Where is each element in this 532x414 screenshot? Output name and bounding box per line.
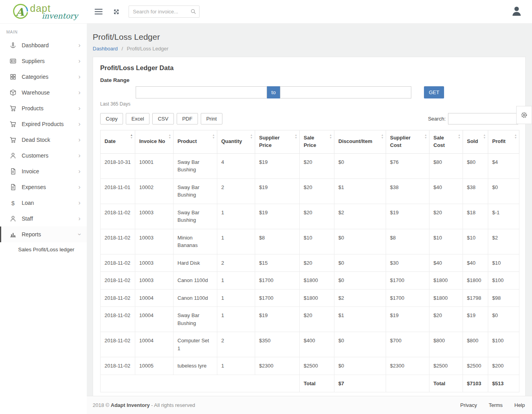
sidebar-item-dead-stock[interactable]: Dead Stock › [0, 132, 87, 148]
breadcrumb-dashboard-link[interactable]: Dashboard [93, 46, 118, 52]
svg-text:A: A [15, 6, 24, 18]
sidebar-item-staff[interactable]: Staff › [0, 211, 87, 226]
sidebar-item-dashboard[interactable]: Dashboard › [0, 37, 87, 53]
sidebar-item-label: Staff [22, 215, 78, 222]
sidebar-item-reports[interactable]: Reports › [0, 226, 87, 242]
sidebar-item-warehouse[interactable]: Warehouse › [0, 85, 87, 100]
sort-icon: ▲▼ [168, 134, 171, 139]
column-settings-button[interactable] [516, 106, 532, 124]
date-to-input[interactable] [280, 86, 411, 98]
document-icon [9, 168, 17, 175]
total-profit: $513 [488, 375, 519, 392]
card-title: Profit/Loss Ledger Data [100, 64, 518, 72]
column-header-supplier-cost[interactable]: Supplier Cost ▲▼ [386, 130, 429, 154]
get-button[interactable]: GET [424, 86, 444, 98]
sidebar-item-expenses[interactable]: Expenses › [0, 179, 87, 195]
user-icon [9, 215, 17, 222]
cell-profit: $0 [488, 178, 519, 204]
cell-date: 2018-11-02 [101, 357, 135, 375]
cell-supplier-cost: $8 [386, 229, 429, 254]
column-header-product[interactable]: Product ▲▼ [174, 130, 217, 154]
sidebar-item-categories[interactable]: Categories › [0, 69, 87, 85]
column-header-date[interactable]: Date ▲▼ [101, 130, 135, 154]
sidebar-item-loan[interactable]: $ Loan › [0, 195, 87, 211]
column-header-supplier-price[interactable]: Supplier Price ▲▼ [255, 130, 300, 154]
hamburger-menu-button[interactable] [92, 6, 105, 17]
cell-product: Sway Bar Bushing [174, 153, 217, 178]
cell-supplier-price: $19 [255, 307, 300, 332]
column-header-profit[interactable]: Profit ▲▼ [488, 130, 519, 154]
cell-profit: $100 [488, 332, 519, 357]
sidebar-item-label: Warehouse [22, 89, 78, 96]
hamburger-icon [95, 9, 103, 15]
cell-product: tubeless tyre [174, 357, 217, 375]
sidebar-item-expired-products[interactable]: Expired Products › [0, 116, 87, 132]
cell-discount: $0 [334, 357, 386, 375]
print-button[interactable]: Print [201, 113, 222, 124]
column-header-invoice-no[interactable]: Invoice No ▲▼ [135, 130, 174, 154]
help-link[interactable]: Help [514, 402, 525, 408]
breadcrumb: Dashboard / Profit/Loss Ledger [93, 46, 526, 52]
chevron-right-icon: › [78, 200, 80, 206]
table-search-input[interactable] [448, 113, 518, 124]
copy-button[interactable]: Copy [100, 113, 123, 124]
cell-date: 2018-11-02 [101, 307, 135, 332]
sidebar-item-products[interactable]: Products › [0, 100, 87, 116]
cell-product: Canon 1100d [174, 272, 217, 290]
fullscreen-button[interactable] [110, 6, 122, 18]
brand-logo[interactable]: A dapt inventory [0, 3, 87, 21]
ledger-card: Profit/Loss Ledger Data Date Range to GE… [93, 57, 526, 396]
cell-quantity: 1 [217, 272, 255, 290]
cell-quantity: 1 [217, 204, 255, 229]
cell-supplier-cost: $38 [386, 178, 429, 204]
cell-sold: $10 [463, 229, 488, 254]
cell-quantity: 2 [217, 254, 255, 272]
date-range-to-connector: to [267, 86, 280, 98]
column-header-sold[interactable]: Sold ▲▼ [463, 130, 488, 154]
table-row: 2018-11-02 10005 tubeless tyre 1 $2300 $… [101, 357, 519, 375]
chevron-right-icon: › [78, 152, 80, 159]
cell-sale-price: $20 [300, 153, 334, 178]
privacy-link[interactable]: Privacy [460, 402, 477, 408]
cell-quantity: 2 [217, 178, 255, 204]
cell-sale-price: $20 [300, 178, 334, 204]
cell-product: Canon 1100d [174, 289, 217, 307]
table-total-row: Total $7 Total $7103 $513 [101, 375, 519, 392]
sidebar-item-suppliers[interactable]: Suppliers › [0, 53, 87, 69]
cell-invoice-no: 10001 [135, 153, 174, 178]
search-input[interactable] [129, 6, 200, 18]
total-discount: $7 [334, 375, 386, 392]
table-header-row: Date ▲▼ Invoice No ▲▼ Product ▲▼ Quantit… [101, 130, 519, 154]
cell-product: Sway Bar Bushing [174, 178, 217, 204]
sidebar-item-label: Suppliers [22, 58, 78, 64]
copyright-rights: - All rights reserved [151, 402, 195, 408]
column-header-sale-price[interactable]: Sale Price ▲▼ [300, 130, 334, 154]
column-header-discount-item[interactable]: Discount/Item ▲▼ [334, 130, 386, 154]
cell-invoice-no: 10003 [135, 229, 174, 254]
cell-discount: $2 [334, 289, 386, 307]
excel-button[interactable]: Excel [126, 113, 149, 124]
terms-link[interactable]: Terms [489, 402, 502, 408]
cell-date: 2018-10-31 [101, 153, 135, 178]
user-avatar[interactable] [508, 5, 525, 19]
sort-icon: ▲▼ [212, 134, 215, 139]
cell-sold: $19 [463, 307, 488, 332]
cell-profit: $0 [488, 307, 519, 332]
cell-sale-price: $20 [300, 254, 334, 272]
column-header-sale-cost[interactable]: Sale Cost ▲▼ [429, 130, 463, 154]
csv-button[interactable]: CSV [152, 113, 174, 124]
sidebar-subitem-sales-profit-loss-ledger[interactable]: Sales Profit/Loss ledger [0, 242, 87, 256]
pdf-button[interactable]: PDF [177, 113, 198, 124]
grid-icon [9, 73, 17, 80]
sidebar-item-label: Dead Stock [22, 137, 78, 143]
cell-invoice-no: 10004 [135, 307, 174, 332]
sidebar-item-customers[interactable]: Customers › [0, 148, 87, 163]
cell-product: Computer Set 1 [174, 332, 217, 357]
column-header-quantity[interactable]: Quantity ▲▼ [217, 130, 255, 154]
sidebar-item-invoice[interactable]: Invoice › [0, 163, 87, 179]
box-icon [9, 89, 17, 96]
chevron-right-icon: › [78, 137, 80, 143]
table-row: 2018-11-02 10003 Sway Bar Bushing 1 $19 … [101, 204, 519, 229]
date-from-input[interactable] [136, 86, 267, 98]
cart-icon [9, 105, 17, 112]
